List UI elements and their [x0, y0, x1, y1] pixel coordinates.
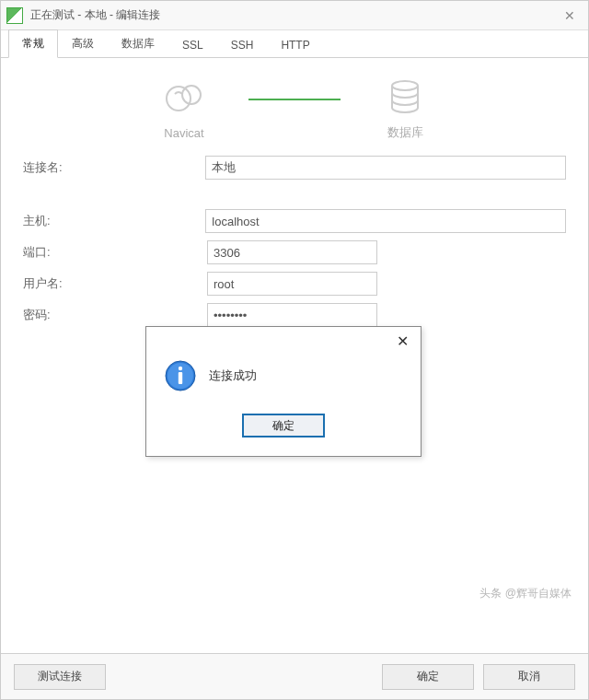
close-icon[interactable]: ✕: [551, 1, 588, 30]
dialog-close-icon[interactable]: ✕: [384, 327, 421, 355]
password-label: 密码:: [23, 307, 207, 323]
dialog-body: 连接成功: [146, 355, 421, 408]
cancel-button[interactable]: 取消: [483, 664, 575, 690]
dialog-footer: 确定: [146, 408, 421, 456]
host-label: 主机:: [23, 213, 205, 229]
user-input[interactable]: [207, 272, 377, 296]
user-label: 用户名:: [23, 275, 207, 292]
tab-database[interactable]: 数据库: [108, 29, 168, 57]
dialog-ok-button[interactable]: 确定: [242, 414, 325, 438]
port-label: 端口:: [23, 244, 207, 261]
host-input[interactable]: [205, 209, 566, 233]
app-icon: [6, 7, 23, 24]
diagram-server: 数据库: [350, 76, 460, 141]
diagram-client-label: Navicat: [164, 126, 203, 140]
tab-ssh[interactable]: SSH: [217, 32, 268, 57]
tab-general[interactable]: 常规: [8, 29, 58, 58]
tab-ssl[interactable]: SSL: [168, 32, 217, 57]
connection-name-input[interactable]: [205, 156, 566, 180]
svg-point-0: [167, 87, 191, 111]
database-icon: [385, 76, 425, 117]
window-title: 正在测试 - 本地 - 编辑连接: [30, 7, 551, 23]
tab-advanced[interactable]: 高级: [58, 29, 108, 57]
test-connection-button[interactable]: 测试连接: [14, 664, 106, 690]
titlebar: 正在测试 - 本地 - 编辑连接 ✕: [1, 1, 588, 30]
svg-rect-6: [179, 372, 182, 384]
tab-bar: 常规 高级 数据库 SSL SSH HTTP: [1, 30, 588, 58]
result-dialog: ✕ 连接成功 确定: [145, 326, 422, 457]
tab-http[interactable]: HTTP: [267, 32, 323, 57]
ok-button[interactable]: 确定: [382, 664, 474, 690]
diagram-client: Navicat: [129, 78, 239, 140]
port-input[interactable]: [207, 240, 377, 264]
watermark-text: 头条 @辉哥自媒体: [479, 586, 572, 601]
connection-diagram: Navicat 数据库: [10, 76, 579, 141]
connection-name-label: 连接名:: [23, 159, 205, 176]
footer-bar: 测试连接 确定 取消: [1, 653, 588, 699]
diagram-server-label: 数据库: [387, 124, 423, 141]
diagram-connector: [248, 99, 341, 100]
svg-point-5: [179, 367, 182, 370]
svg-point-1: [182, 86, 201, 104]
info-icon: [165, 360, 196, 391]
dialog-message: 连接成功: [209, 368, 257, 384]
password-input[interactable]: [207, 303, 377, 327]
svg-point-2: [392, 81, 418, 90]
dialog-titlebar: ✕: [146, 327, 421, 355]
navicat-icon: [164, 78, 204, 119]
